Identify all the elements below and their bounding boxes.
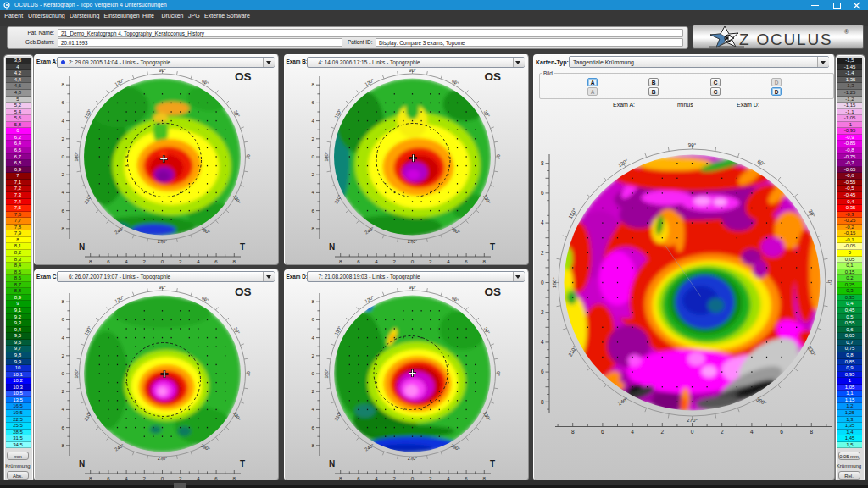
svg-text:6: 6 xyxy=(311,424,314,430)
svg-text:90°: 90° xyxy=(409,285,415,290)
svg-text:240°: 240° xyxy=(364,226,375,236)
svg-text:6: 6 xyxy=(541,190,544,196)
svg-text:180°: 180° xyxy=(323,152,328,162)
svg-text:6: 6 xyxy=(62,208,65,214)
svg-text:N: N xyxy=(329,459,335,469)
svg-text:270°: 270° xyxy=(158,239,168,244)
svg-text:330°: 330° xyxy=(807,345,818,358)
svg-text:0°: 0° xyxy=(496,371,501,375)
svg-text:300°: 300° xyxy=(755,396,768,407)
svg-text:8: 8 xyxy=(62,441,65,447)
svg-text:4: 4 xyxy=(125,258,128,264)
svg-text:2: 2 xyxy=(428,258,431,264)
svg-text:6: 6 xyxy=(311,316,314,322)
svg-text:8: 8 xyxy=(62,225,65,231)
svg-text:270°: 270° xyxy=(158,456,168,461)
svg-text:240°: 240° xyxy=(114,442,125,452)
svg-text:6: 6 xyxy=(62,424,65,430)
svg-text:270°: 270° xyxy=(407,456,417,461)
svg-text:270°: 270° xyxy=(687,417,698,423)
svg-text:90°: 90° xyxy=(159,68,165,73)
svg-text:4: 4 xyxy=(750,429,754,435)
svg-text:0: 0 xyxy=(541,280,544,286)
svg-text:8: 8 xyxy=(311,81,314,87)
svg-text:8: 8 xyxy=(233,258,236,264)
svg-text:60°: 60° xyxy=(201,295,209,302)
svg-text:2: 2 xyxy=(311,352,314,358)
svg-text:0°: 0° xyxy=(246,371,251,375)
svg-text:0: 0 xyxy=(311,370,314,376)
svg-text:4: 4 xyxy=(311,406,314,412)
svg-text:180°: 180° xyxy=(74,369,79,379)
svg-text:8: 8 xyxy=(541,399,544,405)
svg-text:6: 6 xyxy=(311,208,314,214)
svg-text:6: 6 xyxy=(601,429,604,435)
svg-text:0: 0 xyxy=(62,153,65,159)
svg-text:2: 2 xyxy=(311,136,314,141)
svg-text:0: 0 xyxy=(311,153,314,159)
svg-text:2: 2 xyxy=(179,258,182,264)
svg-text:4: 4 xyxy=(541,219,544,225)
svg-text:180°: 180° xyxy=(323,369,328,379)
svg-text:8: 8 xyxy=(311,298,314,304)
svg-text:6: 6 xyxy=(311,99,314,105)
svg-text:4: 4 xyxy=(62,406,65,412)
svg-text:0°: 0° xyxy=(827,280,833,286)
svg-text:8: 8 xyxy=(482,258,486,264)
svg-text:T: T xyxy=(490,242,495,252)
svg-text:6: 6 xyxy=(541,369,544,374)
svg-text:T: T xyxy=(490,459,495,469)
svg-text:300°: 300° xyxy=(200,442,211,452)
svg-text:2: 2 xyxy=(311,388,314,394)
svg-text:8: 8 xyxy=(571,429,575,435)
svg-text:6: 6 xyxy=(214,258,218,264)
svg-text:8: 8 xyxy=(541,160,544,166)
svg-text:90°: 90° xyxy=(159,285,165,290)
svg-text:4: 4 xyxy=(62,189,65,195)
svg-text:2: 2 xyxy=(143,258,147,264)
svg-text:2: 2 xyxy=(392,258,396,264)
svg-text:120°: 120° xyxy=(617,158,630,169)
svg-text:0°: 0° xyxy=(246,154,251,158)
svg-text:6: 6 xyxy=(465,258,468,264)
svg-text:60°: 60° xyxy=(201,78,209,86)
svg-text:2: 2 xyxy=(62,171,65,177)
svg-text:T: T xyxy=(240,242,245,252)
svg-text:8: 8 xyxy=(338,258,342,264)
svg-text:210°: 210° xyxy=(567,345,578,358)
svg-text:6: 6 xyxy=(62,316,65,322)
svg-text:8: 8 xyxy=(62,81,65,87)
svg-text:4: 4 xyxy=(311,118,314,124)
svg-text:6: 6 xyxy=(62,99,65,105)
svg-text:6: 6 xyxy=(780,429,783,435)
svg-text:2: 2 xyxy=(541,250,544,256)
svg-text:300°: 300° xyxy=(200,226,211,236)
svg-text:4: 4 xyxy=(447,258,450,264)
svg-text:270°: 270° xyxy=(407,239,417,244)
svg-text:4: 4 xyxy=(197,258,200,264)
svg-text:240°: 240° xyxy=(364,442,375,452)
svg-text:240°: 240° xyxy=(616,396,629,407)
svg-text:180°: 180° xyxy=(551,277,557,288)
svg-text:0: 0 xyxy=(410,258,414,264)
svg-text:30°: 30° xyxy=(233,109,241,118)
svg-text:30°: 30° xyxy=(233,326,241,335)
svg-text:4: 4 xyxy=(62,334,65,340)
svg-text:2: 2 xyxy=(62,352,65,358)
svg-text:8: 8 xyxy=(89,258,92,264)
svg-text:300°: 300° xyxy=(449,442,460,452)
svg-text:0°: 0° xyxy=(496,154,501,158)
svg-text:180°: 180° xyxy=(74,152,79,162)
svg-text:60°: 60° xyxy=(451,78,459,86)
svg-text:8: 8 xyxy=(810,429,813,435)
svg-text:N: N xyxy=(329,242,335,252)
svg-text:60°: 60° xyxy=(451,295,459,302)
svg-text:6: 6 xyxy=(357,258,360,264)
svg-text:8: 8 xyxy=(311,225,314,231)
svg-text:30°: 30° xyxy=(482,109,490,118)
svg-text:N: N xyxy=(79,242,85,252)
svg-text:4: 4 xyxy=(311,189,314,195)
svg-text:4: 4 xyxy=(631,429,634,435)
svg-text:8: 8 xyxy=(62,298,65,304)
svg-text:4: 4 xyxy=(62,118,65,124)
